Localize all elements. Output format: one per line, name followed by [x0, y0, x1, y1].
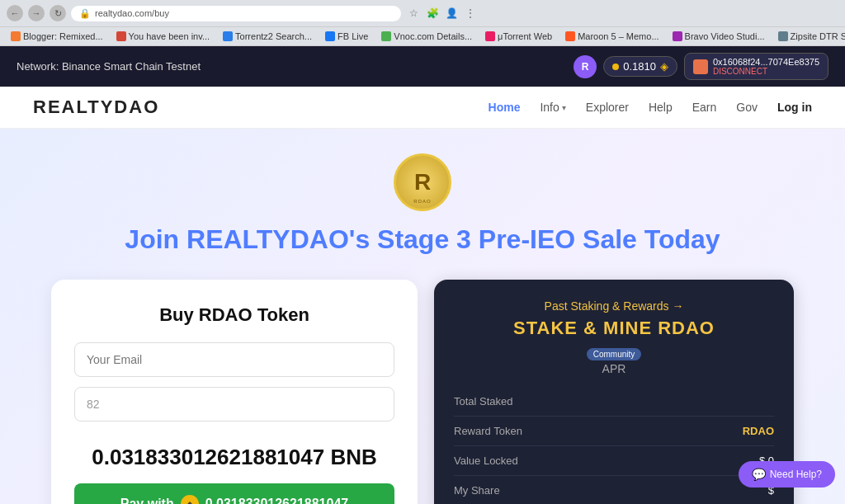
- bookmark-icon: [223, 31, 233, 41]
- wallet-info: 0x16068f24...7074Ee8375 DISCONNECT: [713, 57, 819, 76]
- apr-label: APR: [454, 362, 774, 375]
- lock-icon: 🔒: [79, 8, 91, 19]
- nav-info[interactable]: Info ▾: [540, 101, 565, 114]
- bookmark-gmail[interactable]: You have been inv...: [112, 30, 214, 43]
- bookmark-icon: [485, 31, 495, 41]
- network-logo-text: R: [582, 61, 589, 73]
- bookmark-vnoc[interactable]: Vnoc.com Details...: [377, 30, 476, 43]
- reward-token-label: Reward Token: [454, 425, 522, 437]
- bookmark-label: You have been inv...: [129, 31, 210, 41]
- nav-earn[interactable]: Earn: [692, 101, 717, 114]
- bookmark-torrentz[interactable]: Torrentz2 Search...: [219, 30, 316, 43]
- bookmark-blogger[interactable]: Blogger: Remixed...: [7, 30, 107, 43]
- bookmark-utorrent[interactable]: μTorrent Web: [481, 30, 556, 43]
- bookmark-label: Torrentz2 Search...: [235, 31, 312, 41]
- star-icon[interactable]: ☆: [406, 6, 421, 21]
- menu-icon[interactable]: ⋮: [463, 6, 478, 21]
- hero-logo: R RDAO: [394, 153, 451, 211]
- bookmark-icon: [116, 31, 126, 41]
- reward-token-value: RDAO: [743, 425, 774, 437]
- wallet-badge[interactable]: 0x16068f24...7074Ee8375 DISCONNECT: [684, 53, 828, 80]
- network-logo: R: [574, 55, 597, 78]
- browser-actions: ☆ 🧩 👤 ⋮: [406, 6, 478, 21]
- main-nav: REALTYDAO Home Info ▾ Explorer Help Earn…: [0, 87, 845, 129]
- staking-row-locked: Value Locked $ 0: [454, 446, 774, 476]
- bnb-icon: ◈: [660, 60, 668, 73]
- profile-icon[interactable]: 👤: [444, 6, 459, 21]
- network-bar: Network: Binance Smart Chain Testnet R 0…: [0, 46, 845, 87]
- pay-button[interactable]: Pay with ◈ 0.031833012621881047: [74, 483, 394, 504]
- bookmark-label: Vnoc.com Details...: [394, 31, 472, 41]
- bookmark-label: Zipsite DTR System: [791, 31, 845, 41]
- network-bar-right: R 0.1810 ◈ 0x16068f24...7074Ee8375 DISCO…: [574, 53, 828, 80]
- nav-home[interactable]: Home: [489, 101, 521, 114]
- address-bar[interactable]: 🔒 realtydao.com/buy: [71, 6, 401, 21]
- bnb-badge[interactable]: 0.1810 ◈: [603, 56, 677, 77]
- need-help-widget[interactable]: 💬 Need Help?: [739, 461, 835, 488]
- network-label: Network: Binance Smart Chain Testnet: [17, 60, 201, 73]
- bookmark-icon: [325, 31, 335, 41]
- logo: REALTYDAO: [33, 97, 489, 118]
- hero-title: Join REALTYDAO's Stage 3 Pre-IEO Sale To…: [33, 224, 812, 255]
- amount-input[interactable]: [74, 387, 394, 422]
- browser-chrome: ← → ↻ 🔒 realtydao.com/buy ☆ 🧩 👤 ⋮: [0, 0, 845, 27]
- bookmark-label: Bravo Video Studi...: [685, 31, 765, 41]
- pay-label: Pay with: [120, 497, 174, 504]
- bookmarks-bar: Blogger: Remixed... You have been inv...…: [0, 27, 845, 46]
- pay-amount: 0.031833012621881047: [205, 497, 349, 504]
- bookmark-label: μTorrent Web: [498, 31, 552, 41]
- bnb-coin-icon: ◈: [181, 495, 199, 504]
- value-locked-label: Value Locked: [454, 455, 518, 467]
- bookmark-label: Blogger: Remixed...: [23, 31, 103, 41]
- bookmark-maroon5[interactable]: Maroon 5 – Memo...: [561, 30, 663, 43]
- staking-row-share: My Share $: [454, 476, 774, 504]
- wallet-icon: [693, 59, 708, 74]
- my-share-label: My Share: [454, 484, 500, 497]
- nav-explorer[interactable]: Explorer: [586, 101, 629, 114]
- nav-login[interactable]: Log in: [777, 101, 812, 114]
- bnb-amount: 0.1810: [623, 60, 656, 73]
- extensions-icon[interactable]: 🧩: [425, 6, 440, 21]
- past-staking-label: Past Staking & Rewards →: [454, 299, 774, 313]
- nav-gov[interactable]: Gov: [736, 101, 758, 114]
- buy-card-title: Buy RDAO Token: [74, 304, 394, 326]
- stake-mine-label: STAKE & MINE RDAO: [454, 318, 774, 339]
- bookmark-icon: [673, 31, 682, 41]
- disconnect-label: DISCONNECT: [713, 67, 819, 76]
- chevron-down-icon: ▾: [562, 103, 566, 112]
- hero-logo-subtitle: RDAO: [413, 199, 431, 204]
- staking-row-reward: Reward Token RDAO: [454, 417, 774, 446]
- bookmark-label: FB Live: [338, 31, 368, 41]
- nav-links: Home Info ▾ Explorer Help Earn Gov Log i…: [489, 101, 812, 114]
- total-staked-label: Total Staked: [454, 395, 513, 407]
- nav-help[interactable]: Help: [649, 101, 673, 114]
- buy-card: Buy RDAO Token 0.031833012621881047 BNB …: [51, 280, 418, 504]
- cards-row: Buy RDAO Token 0.031833012621881047 BNB …: [51, 280, 794, 504]
- wallet-address: 0x16068f24...7074Ee8375: [713, 57, 819, 67]
- hero-section: R RDAO Join REALTYDAO's Stage 3 Pre-IEO …: [0, 129, 845, 504]
- forward-button[interactable]: →: [28, 5, 45, 21]
- bookmark-icon: [11, 31, 21, 41]
- refresh-button[interactable]: ↻: [50, 5, 66, 21]
- url-text: realtydao.com/buy: [95, 8, 169, 18]
- staking-row-total: Total Staked: [454, 387, 774, 417]
- bookmark-icon: [778, 31, 788, 41]
- bookmark-icon: [381, 31, 391, 41]
- help-icon: 💬: [752, 468, 766, 481]
- need-help-label: Need Help?: [770, 469, 822, 480]
- bnb-amount-display: 0.031833012621881047 BNB: [74, 445, 394, 470]
- community-badge: Community: [587, 348, 642, 360]
- bookmark-fb[interactable]: FB Live: [321, 30, 372, 43]
- back-button[interactable]: ←: [7, 5, 23, 21]
- bookmark-label: Maroon 5 – Memo...: [578, 31, 659, 41]
- email-input[interactable]: [74, 342, 394, 377]
- staking-header: Past Staking & Rewards → STAKE & MINE RD…: [454, 299, 774, 375]
- bnb-dot: [612, 64, 619, 70]
- bookmark-zipsite[interactable]: Zipsite DTR System: [774, 30, 845, 43]
- bookmark-icon: [565, 31, 575, 41]
- hero-logo-r: R: [414, 169, 431, 195]
- bookmark-bravo[interactable]: Bravo Video Studi...: [668, 30, 769, 43]
